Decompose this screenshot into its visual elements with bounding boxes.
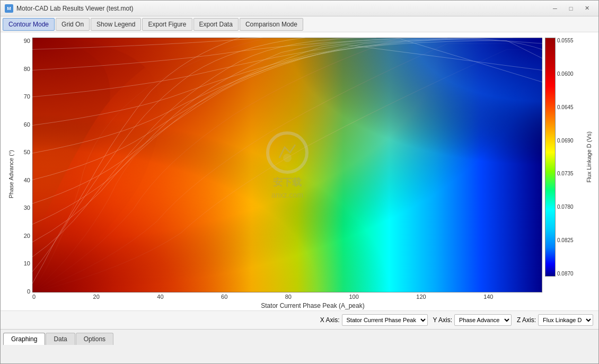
y-axis-label-container: Phase Advance (°) [6,38,16,310]
plot-wrapper: 安下载 anxz.com 0.0870 0.0825 0.0780 0.0735… [32,38,593,310]
y-tick-80: 80 [24,66,32,72]
x-tick-20: 20 [93,294,100,301]
y-tick-60: 60 [24,121,32,128]
x-axis-label: Stator Current Phase Peak (A_peak) [32,301,593,310]
y-tick-40: 40 [24,177,32,183]
app-icon: M [5,4,13,13]
tab-graphing[interactable]: Graphing [3,333,45,345]
chart-area: Phase Advance (°) 0 10 20 30 40 50 60 70… [1,32,598,310]
colorbar-tick-1: 0.0600 [557,71,574,77]
x-axis-select[interactable]: Stator Current Phase Peak [342,314,428,326]
svg-rect-4 [32,38,542,292]
colorbar-gradient [545,38,556,277]
contour-plot-svg [32,38,542,292]
y-tick-50: 50 [24,149,32,155]
colorbar-tick-6: 0.0825 [557,237,574,243]
y-axis-label-text: Y Axis: [433,316,452,324]
colorbar-tick-5: 0.0780 [557,204,574,210]
y-tick-10: 10 [24,260,32,267]
tab-options[interactable]: Options [76,333,113,345]
y-axis-label: Phase Advance (°) [8,150,14,198]
y-tick-70: 70 [24,93,32,100]
z-axis-label-text: Z Axis: [517,316,536,324]
toolbar: Contour Mode Grid On Show Legend Export … [1,16,598,32]
y-tick-30: 30 [24,205,32,211]
grid-on-button[interactable]: Grid On [56,18,90,31]
title-bar: M Motor-CAD Lab Results Viewer (test.mot… [1,1,598,16]
x-tick-40: 40 [157,294,163,301]
export-data-button[interactable]: Export Data [193,18,239,31]
colorbar-ticks: 0.0870 0.0825 0.0780 0.0735 0.0690 0.064… [557,38,574,277]
x-ticks: 0 20 40 60 80 100 120 140 [32,292,593,301]
y-tick-90: 90 [24,38,32,44]
y-axis-control: Y Axis: Phase Advance [433,314,512,326]
chart-container: Phase Advance (°) 0 10 20 30 40 50 60 70… [6,38,593,310]
bottom-controls: X Axis: Stator Current Phase Peak Y Axis… [1,310,598,329]
z-axis-control: Z Axis: Flux Linkage D [517,314,593,326]
tab-data[interactable]: Data [46,333,75,345]
comparison-mode-button[interactable]: Comparison Mode [240,18,303,31]
colorbar: 0.0870 0.0825 0.0780 0.0735 0.0690 0.064… [542,38,585,292]
x-axis-label-text: X Axis: [320,316,340,324]
colorbar-tick-3: 0.0690 [557,138,574,144]
colorbar-tick-0: 0.0555 [557,38,574,43]
y-tick-0: 0 [27,288,32,295]
x-tick-100: 100 [349,294,358,301]
x-tick-120: 120 [416,294,426,301]
close-button[interactable]: ✕ [579,3,594,14]
contour-mode-button[interactable]: Contour Mode [3,18,55,31]
tab-bar: Graphing Data Options [1,329,598,345]
plot-canvas: 安下载 anxz.com [32,38,542,292]
window-title: Motor-CAD Lab Results Viewer (test.mot) [16,5,544,12]
x-tick-60: 60 [221,294,227,301]
x-tick-80: 80 [285,294,292,301]
export-figure-button[interactable]: Export Figure [142,18,192,31]
x-axis-control: X Axis: Stator Current Phase Peak [320,314,428,326]
y-ticks: 0 10 20 30 40 50 60 70 80 90 [16,38,32,310]
x-tick-140: 140 [483,294,493,301]
z-axis-select[interactable]: Flux Linkage D [538,314,593,326]
show-legend-button[interactable]: Show Legend [91,18,141,31]
colorbar-label: Flux Linkage D (Vs) [586,131,592,183]
y-axis-select[interactable]: Phase Advance [454,314,512,326]
colorbar-tick-2: 0.0645 [557,104,574,110]
colorbar-label-container: Flux Linkage D (Vs) [585,38,593,292]
colorbar-tick-7: 0.0870 [557,271,574,277]
minimize-button[interactable]: ─ [548,3,562,14]
maximize-button[interactable]: □ [563,3,578,14]
y-tick-20: 20 [24,233,32,239]
plot-and-colorbar: 安下载 anxz.com 0.0870 0.0825 0.0780 0.0735… [32,38,593,292]
colorbar-tick-4: 0.0735 [557,171,574,176]
x-tick-0: 0 [32,294,36,301]
window-controls: ─ □ ✕ [548,3,594,14]
